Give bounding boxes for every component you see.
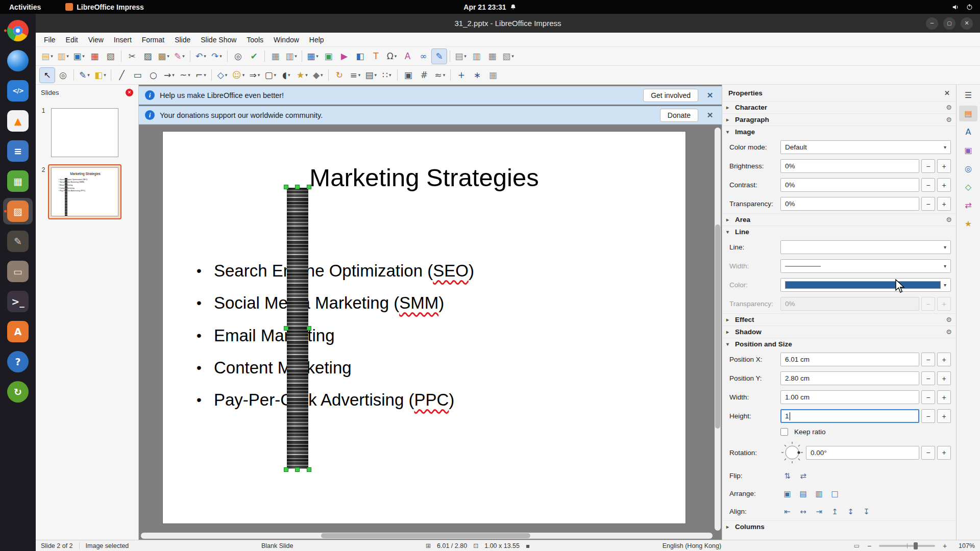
contrast-input[interactable]: 0% bbox=[780, 178, 919, 192]
selected-image[interactable] bbox=[287, 188, 308, 469]
color-mode-select[interactable]: Default bbox=[780, 140, 951, 154]
slide-bullet-list[interactable]: Search Engine Optimization (SEO) Social … bbox=[197, 260, 670, 421]
tab-shapes[interactable]: ◇ bbox=[959, 179, 977, 195]
menu-slide-show[interactable]: Slide Show bbox=[195, 34, 241, 45]
zoom-pan-button[interactable]: ◎ bbox=[56, 68, 70, 83]
duplicate-slide-button[interactable]: ▥ bbox=[469, 49, 484, 64]
lines-and-arrows-button[interactable]: → bbox=[162, 68, 177, 83]
dock-vscode[interactable]: </> bbox=[3, 78, 33, 104]
close-sidebar-icon[interactable] bbox=[944, 89, 950, 97]
width-input[interactable]: 1.00 cm bbox=[780, 390, 919, 404]
align-objects-button[interactable]: ≡ bbox=[348, 68, 362, 83]
selection-handle[interactable] bbox=[307, 467, 311, 472]
slide-layout-button[interactable]: ▧ bbox=[501, 49, 516, 64]
dock-terminal[interactable]: >_ bbox=[3, 288, 33, 315]
line-color-button[interactable]: ✎ bbox=[77, 68, 92, 83]
more-options-icon[interactable] bbox=[946, 104, 952, 111]
position-x-increase-button[interactable] bbox=[937, 353, 951, 366]
redo-button[interactable]: ↷ bbox=[209, 49, 224, 64]
width-increase-button[interactable] bbox=[937, 390, 951, 404]
selection-handle[interactable] bbox=[284, 467, 288, 472]
line-style-select[interactable] bbox=[780, 240, 951, 254]
new-presentation-button[interactable]: ▤ bbox=[40, 49, 55, 64]
tab-gallery[interactable]: ▣ bbox=[959, 142, 977, 158]
dock-ubuntu-software[interactable]: A bbox=[3, 318, 33, 345]
basic-shapes-button[interactable]: ◇ bbox=[215, 68, 230, 83]
zoom-in-button[interactable] bbox=[941, 542, 948, 550]
align-top-button[interactable] bbox=[828, 505, 842, 518]
menu-insert[interactable]: Insert bbox=[109, 34, 137, 45]
fontwork-button[interactable]: A bbox=[400, 49, 415, 64]
flip-vertically-button[interactable] bbox=[780, 469, 794, 482]
block-arrows-button[interactable]: ⇒ bbox=[247, 68, 262, 83]
tab-navigator[interactable]: ◎ bbox=[959, 161, 977, 177]
align-middle-button[interactable] bbox=[844, 505, 857, 518]
slide-2-preview[interactable]: Marketing Strategies Search Engine Optim… bbox=[51, 167, 118, 216]
position-x-decrease-button[interactable] bbox=[921, 353, 935, 366]
minimize-button[interactable] bbox=[926, 17, 938, 30]
tab-slide-transition[interactable]: ⇄ bbox=[959, 197, 977, 213]
copy-button[interactable]: ▨ bbox=[140, 49, 155, 64]
selection-handle[interactable] bbox=[295, 467, 300, 472]
new-slide-button[interactable]: ▤ bbox=[453, 49, 468, 64]
window-title-bar[interactable]: 31_2.pptx - LibreOffice Impress bbox=[36, 14, 980, 33]
special-character-button[interactable]: Ω bbox=[384, 49, 399, 64]
menu-help[interactable]: Help bbox=[304, 34, 329, 45]
section-effect[interactable]: Effect bbox=[722, 313, 956, 325]
open-file-button[interactable]: ▥ bbox=[56, 49, 70, 64]
fit-slide-icon[interactable] bbox=[854, 542, 860, 549]
rotate-button[interactable]: ↻ bbox=[332, 68, 347, 83]
position-y-input[interactable]: 2.80 cm bbox=[780, 371, 919, 385]
align-right-button[interactable] bbox=[812, 505, 826, 518]
ellipse-button[interactable]: ○ bbox=[146, 68, 161, 83]
close-banner-icon[interactable] bbox=[704, 110, 716, 121]
language-status[interactable]: English (Hong Kong) bbox=[663, 542, 721, 549]
contrast-increase-button[interactable] bbox=[937, 178, 951, 192]
close-slides-panel-button[interactable] bbox=[126, 89, 133, 96]
dock-gimp[interactable]: ✎ bbox=[3, 228, 33, 255]
section-image[interactable]: Image bbox=[722, 126, 956, 138]
position-y-increase-button[interactable] bbox=[937, 371, 951, 385]
image-transparency-decrease-button[interactable] bbox=[921, 197, 935, 211]
dock-impress[interactable]: ▨ bbox=[3, 198, 33, 224]
image-content[interactable] bbox=[287, 188, 308, 469]
zoom-slider[interactable] bbox=[879, 545, 935, 547]
height-decrease-button[interactable] bbox=[921, 409, 935, 423]
select-tool-button[interactable]: ↖ bbox=[40, 68, 55, 83]
section-line[interactable]: Line bbox=[722, 226, 956, 238]
maximize-button[interactable] bbox=[943, 17, 955, 30]
section-area[interactable]: Area bbox=[722, 213, 956, 226]
menu-slide[interactable]: Slide bbox=[169, 34, 195, 45]
zoom-level-status[interactable]: 107% bbox=[954, 542, 975, 549]
dock-files[interactable]: ▭ bbox=[3, 258, 33, 285]
dock-calc[interactable]: ▦ bbox=[3, 168, 33, 194]
dock-help[interactable]: ? bbox=[3, 348, 33, 375]
find-replace-button[interactable]: ◎ bbox=[231, 49, 246, 64]
dock-vlc[interactable]: ▲ bbox=[3, 108, 33, 134]
zoom-out-button[interactable] bbox=[866, 542, 873, 550]
selection-handle[interactable] bbox=[284, 326, 288, 331]
selection-handle[interactable] bbox=[307, 185, 311, 189]
more-options-icon[interactable] bbox=[946, 216, 952, 223]
dock-blue-sphere[interactable] bbox=[3, 47, 33, 74]
selection-handle[interactable] bbox=[295, 185, 300, 189]
edit-points-button[interactable]: + bbox=[454, 68, 469, 83]
arrange-button[interactable]: ▤ bbox=[363, 68, 378, 83]
donate-button[interactable]: Donate bbox=[660, 109, 698, 122]
spelling-button[interactable]: ✔ bbox=[247, 49, 261, 64]
crop-button[interactable]: # bbox=[416, 68, 431, 83]
section-shadow[interactable]: Shadow bbox=[722, 325, 956, 338]
width-decrease-button[interactable] bbox=[921, 390, 935, 404]
paste-button[interactable]: ▩ bbox=[156, 49, 171, 64]
curves-polygons-button[interactable]: ~ bbox=[178, 68, 192, 83]
menu-format[interactable]: Format bbox=[137, 34, 169, 45]
slide-layout-status[interactable]: Blank Slide bbox=[261, 542, 293, 549]
line-width-select[interactable] bbox=[780, 259, 951, 273]
cut-button[interactable]: ✂ bbox=[125, 49, 139, 64]
symbol-shapes-button[interactable]: ☺ bbox=[231, 68, 246, 83]
clone-formatting-button[interactable]: ✎ bbox=[172, 49, 187, 64]
dock-chrome[interactable] bbox=[3, 17, 33, 44]
connectors-button[interactable]: ⌐ bbox=[193, 68, 208, 83]
save-button[interactable]: ▣ bbox=[71, 49, 86, 64]
display-views-button[interactable]: ▥ bbox=[284, 49, 299, 64]
